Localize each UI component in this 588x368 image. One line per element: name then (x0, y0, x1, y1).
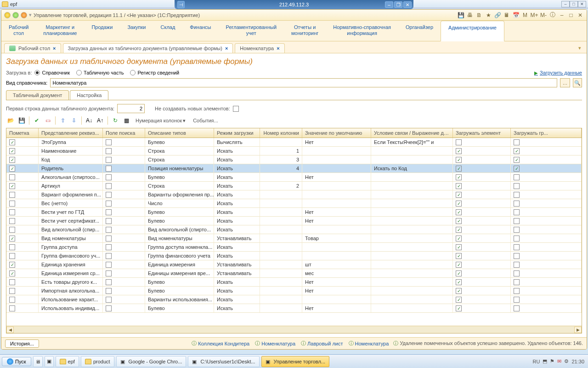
checkbox[interactable] (456, 218, 462, 224)
checkbox[interactable] (514, 270, 520, 276)
checkbox[interactable] (106, 183, 112, 189)
refresh-icon[interactable]: ↻ (111, 116, 120, 125)
checkbox[interactable] (9, 148, 15, 154)
help-icon[interactable]: ⓘ (549, 12, 556, 19)
first-row-input[interactable] (117, 104, 145, 113)
checkbox[interactable] (456, 305, 462, 311)
checkbox[interactable] (456, 244, 462, 250)
checkbox[interactable] (106, 288, 112, 294)
checkbox[interactable] (456, 297, 462, 303)
save-settings-icon[interactable]: 💾 (17, 116, 26, 125)
mplus-icon[interactable]: M+ (531, 12, 538, 19)
run-load-link[interactable]: ▶Загрузить данные (534, 70, 582, 75)
uncheck-icon[interactable]: ▭ (43, 116, 52, 125)
table-row[interactable]: Вариант оформления п...Варианты оформлен… (6, 190, 582, 199)
no-new-checkbox[interactable] (233, 106, 239, 112)
checkbox[interactable] (456, 201, 462, 207)
table-row[interactable]: Импортная алкогольна...БулевоИскатьНет (6, 287, 582, 295)
checkbox[interactable] (456, 270, 462, 276)
catalog-select-button[interactable]: … (560, 78, 570, 87)
checkbox[interactable] (456, 192, 462, 198)
checkbox[interactable] (9, 139, 15, 145)
checkbox[interactable] (514, 227, 520, 233)
checkbox[interactable] (106, 297, 112, 303)
close-tab-icon[interactable]: × (53, 46, 56, 51)
checkbox[interactable] (106, 209, 112, 215)
checkbox[interactable] (514, 166, 520, 172)
sort-desc-icon[interactable]: A↑ (96, 116, 105, 125)
table-row[interactable]: КодСтрокаИскать3 (6, 155, 582, 164)
pin-icon[interactable]: ⊣ (177, 1, 185, 8)
checkbox[interactable] (9, 227, 15, 233)
sort-asc-icon[interactable]: A↓ (85, 116, 94, 125)
maximize-button[interactable]: □ (570, 1, 578, 7)
column-header[interactable]: Пометка (6, 128, 39, 138)
grid-body[interactable]: ЭтоГруппаБулевоВычислятьНетЕсли ТекстыЯч… (6, 138, 582, 326)
checkbox[interactable] (9, 183, 15, 189)
minimize-button[interactable]: – (561, 1, 570, 7)
nav-item[interactable]: Рабочийстол (1, 21, 36, 41)
catalog-search-button[interactable]: 🔍 (573, 78, 582, 87)
checkbox[interactable] (9, 192, 15, 198)
checkbox[interactable] (9, 297, 15, 303)
checkbox[interactable] (514, 201, 520, 207)
table-row[interactable]: Использование характ...Варианты использо… (6, 295, 582, 304)
checkbox[interactable] (9, 244, 15, 250)
nav-item[interactable]: Отчеты имониторинг (284, 21, 326, 41)
table-row[interactable]: НаименованиеСтрокаИскать1 (6, 147, 582, 155)
print-icon[interactable]: 🖶 (466, 12, 474, 19)
checkbox[interactable] (456, 148, 462, 154)
checkbox[interactable] (514, 174, 520, 180)
app-maximize[interactable]: □ (567, 12, 575, 19)
rdp-close[interactable]: ✕ (403, 1, 412, 8)
checkbox[interactable] (456, 174, 462, 180)
checkbox[interactable] (514, 297, 520, 303)
checkbox[interactable] (9, 279, 15, 285)
taskbar-item[interactable]: ▣ Управление торговл... (261, 356, 329, 367)
table-row[interactable]: Вид алкогольной (спир...Вид алкогольной … (6, 225, 582, 234)
checkbox[interactable] (456, 227, 462, 233)
open-icon[interactable]: 📂 (6, 116, 15, 125)
checkbox[interactable] (514, 288, 520, 294)
checkbox[interactable] (9, 262, 15, 268)
checkbox[interactable] (9, 157, 15, 163)
link-icon[interactable]: 🔗 (494, 12, 501, 19)
nav-item[interactable]: Нормативно-справочнаяинформация (326, 21, 398, 41)
nav-item[interactable]: Регламентированныйучет (219, 21, 284, 41)
checkbox[interactable] (106, 148, 112, 154)
taskbar-item[interactable]: ▣ Google - Google Chro... (116, 356, 187, 367)
checkbox[interactable] (514, 305, 520, 311)
nav-item[interactable]: Маркетинг ипланирование (36, 21, 84, 41)
tray-icon[interactable]: ⬒ (543, 358, 547, 364)
checkbox[interactable] (106, 174, 112, 180)
checkbox[interactable] (106, 166, 112, 172)
checkbox[interactable] (106, 227, 112, 233)
check-icon[interactable]: ✔ (32, 116, 41, 125)
close-tab-icon[interactable]: × (277, 46, 279, 51)
close-button[interactable]: ✕ (578, 1, 586, 7)
nav-item[interactable]: Финансы (182, 21, 218, 41)
nav-item[interactable]: Склад (153, 21, 183, 41)
checkbox[interactable] (514, 209, 520, 215)
checkbox[interactable] (9, 174, 15, 180)
checkbox[interactable] (106, 139, 112, 145)
table-row[interactable]: Алкогольная (спиртосо...БулевоИскатьНет (6, 173, 582, 182)
rdp-restore[interactable]: ❐ (394, 1, 402, 8)
radio-button[interactable] (34, 70, 40, 75)
columns-icon[interactable]: ▦ (122, 116, 131, 125)
scroll-left-icon[interactable]: ◀ (6, 327, 14, 333)
checkbox[interactable] (456, 288, 462, 294)
bottom-link[interactable]: ⓘ Коллекция Кондитера (192, 340, 249, 347)
calc-icon[interactable]: 🖩 (503, 12, 510, 19)
preview-icon[interactable]: 🗎 (475, 12, 483, 19)
column-header[interactable]: Поле поиска (103, 128, 145, 138)
quick-launch[interactable]: ▣ (45, 356, 54, 367)
move-up-icon[interactable]: ⇧ (58, 116, 68, 125)
checkbox[interactable] (514, 262, 520, 268)
checkbox[interactable] (106, 270, 112, 276)
move-down-icon[interactable]: ⇩ (69, 116, 79, 125)
checkbox[interactable] (9, 201, 15, 207)
column-header[interactable]: Условие связи / Выражение дл... (371, 128, 453, 138)
table-row[interactable]: Вид номенклатурыВид номенклатурыУстанавл… (6, 234, 582, 243)
checkbox[interactable] (456, 236, 462, 242)
